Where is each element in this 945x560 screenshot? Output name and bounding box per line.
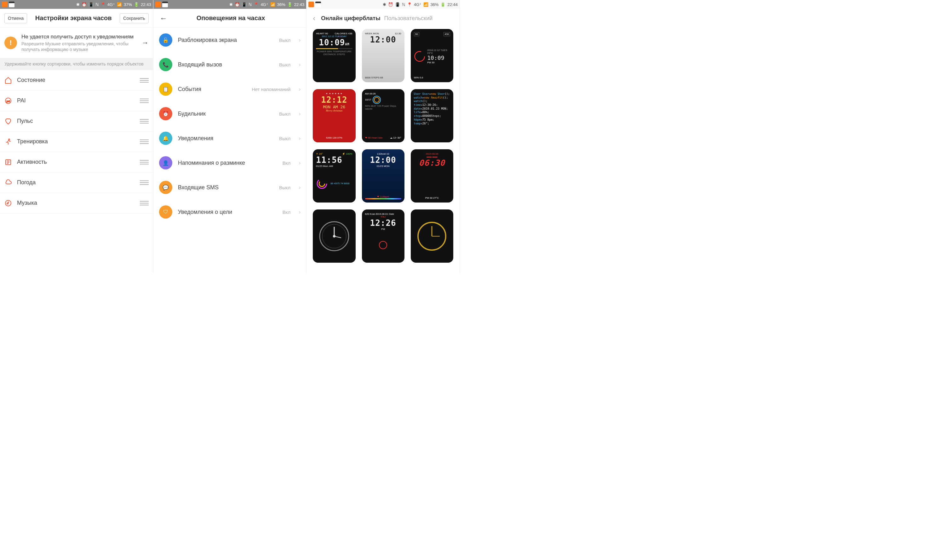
alert-icon: 🛡 xyxy=(159,205,172,218)
watchface-item[interactable]: 620 Kcal 2019.08.01 Date THU 12:26 PM xyxy=(362,209,405,263)
signal-icon: 📶 xyxy=(270,2,275,7)
app-icon xyxy=(308,2,314,7)
watchface-item[interactable]: WEEK MON12-30 12:00 8000 STEPS 68 xyxy=(362,29,405,82)
sort-item-weather[interactable]: Погода xyxy=(0,172,153,193)
sort-hint: Удерживайте кнопку сортировки, чтобы изм… xyxy=(0,58,153,70)
chevron-right-icon: › xyxy=(299,111,300,117)
chevron-right-icon: → xyxy=(142,39,149,47)
item-label: Состояние xyxy=(17,77,135,83)
watchface-item[interactable]: HEART 90CALORIES 436 2017.12.12 TUESDAY … xyxy=(313,29,356,82)
alarm-icon: ⏰ xyxy=(235,2,240,7)
alert-state: Вкл xyxy=(283,209,291,215)
alert-icon: 🔔 xyxy=(159,132,172,145)
back-button[interactable]: ← xyxy=(158,14,169,23)
back-button[interactable]: ‹ xyxy=(311,14,317,23)
drag-handle-icon[interactable] xyxy=(140,98,149,103)
signal-icon: 📶 xyxy=(423,2,428,7)
header: ← Оповещения на часах xyxy=(153,9,306,28)
watchface-item[interactable]: 132kcal 10 12:00 01/23 MON ❤ 114bpm xyxy=(362,149,405,203)
svg-point-9 xyxy=(319,181,325,186)
alert-icon: 🔓 xyxy=(159,33,172,47)
nfc-icon: ℕ xyxy=(249,2,252,7)
save-button[interactable]: Сохранить xyxy=(120,13,149,23)
alert-row[interactable]: 🛡 Уведомления о цели Вкл › xyxy=(153,200,306,224)
alert-row[interactable]: 📞 Входящий вызов Выкл › xyxy=(153,52,306,77)
alert-state: Выкл xyxy=(279,136,291,141)
item-label: Музыка xyxy=(17,200,135,206)
pai-icon: pai xyxy=(5,97,12,105)
signal-icon: 📶 xyxy=(117,2,122,7)
sort-item-status[interactable]: Состояние xyxy=(0,70,153,91)
warning-icon: ! xyxy=(5,37,17,49)
network-icon: 4G⁺ xyxy=(108,2,115,7)
status-bar: ✱ ⏰ 📳 ℕ 📍 4G⁺ 📶 37% 🔋 22:43 xyxy=(0,0,153,9)
watchface-item[interactable]: ☀ 28°⚡ 100% 11:56 01/23 Mon. AM 86 4575 … xyxy=(313,149,356,203)
chevron-right-icon: › xyxy=(299,37,300,43)
alert-state: Выкл xyxy=(279,185,291,190)
watchface-item[interactable] xyxy=(411,209,453,263)
alert-row[interactable]: 🔓 Разблокировка экрана Выкл › xyxy=(153,28,306,52)
app-icon xyxy=(155,2,161,7)
alert-row[interactable]: 👤 Напоминания о разминке Вкл › xyxy=(153,151,306,175)
bluetooth-icon: ✱ xyxy=(383,2,386,7)
alert-state: Нет напоминаний xyxy=(252,87,291,92)
sort-item-music[interactable]: Музыка xyxy=(0,193,153,214)
watchface-item[interactable]: AM 09:26 10/17 50% 8647 725 Power Steps … xyxy=(362,89,405,142)
item-label: PAI xyxy=(17,97,135,104)
battery-icon: 🔋 xyxy=(440,2,445,7)
sort-item-pai[interactable]: pai PAI xyxy=(0,91,153,111)
drag-handle-icon[interactable] xyxy=(140,160,149,165)
alert-state: Вкл xyxy=(283,160,291,166)
svg-point-7 xyxy=(374,97,379,102)
drag-handle-icon[interactable] xyxy=(140,180,149,185)
alert-row[interactable]: 🔔 Уведомления Выкл › xyxy=(153,126,306,151)
battery-pct: 36% xyxy=(430,2,439,7)
drag-handle-icon[interactable] xyxy=(140,201,149,205)
watchface-item[interactable]: 2019.08.08 ▬▬ ▬▬ 06:30 PM 68 27°C xyxy=(411,149,453,203)
alert-label: Уведомления xyxy=(178,135,273,142)
drag-handle-icon[interactable] xyxy=(140,78,149,83)
watchface-item[interactable]: 90436 2018.12.12 TUES 23°C 10:09 PM 30 9… xyxy=(411,29,453,82)
alert-row[interactable]: ⏰ Будильник Выкл › xyxy=(153,102,306,126)
watchface-item[interactable] xyxy=(313,209,356,263)
vibrate-icon: 📳 xyxy=(395,2,400,7)
warning-title: Не удается получить доступ к уведомления… xyxy=(22,33,137,40)
chevron-right-icon: › xyxy=(299,135,300,142)
alert-row[interactable]: 💬 Входящие SMS Выкл › xyxy=(153,175,306,200)
cloud-icon xyxy=(5,179,12,186)
chevron-right-icon: › xyxy=(299,209,300,215)
tab-online[interactable]: Онлайн циферблаты xyxy=(321,15,380,22)
drag-handle-icon[interactable] xyxy=(140,140,149,144)
sort-list: Состояние pai PAI Пульс Тренировка xyxy=(0,70,153,214)
alert-state: Выкл xyxy=(279,37,291,43)
svg-text:pai: pai xyxy=(7,100,10,103)
item-label: Погода xyxy=(17,179,135,186)
permission-warning[interactable]: ! Не удается получить доступ к уведомлен… xyxy=(0,28,153,58)
alert-row[interactable]: 📋 События Нет напоминаний › xyxy=(153,77,306,102)
svg-point-5 xyxy=(414,51,424,61)
cancel-button[interactable]: Отмена xyxy=(5,13,27,23)
screen-watch-alerts: ✱ ⏰ 📳 ℕ 📍 4G⁺ 📶 36% 🔋 22:43 ← Оповещения… xyxy=(153,0,307,273)
alarm-icon: ⏰ xyxy=(388,2,393,7)
tab-custom[interactable]: Пользовательский xyxy=(384,15,433,22)
sort-item-workout[interactable]: Тренировка xyxy=(0,132,153,152)
chevron-right-icon: › xyxy=(299,184,300,191)
watchface-item[interactable]: User User=new User();watch=new Amazfit()… xyxy=(411,89,453,142)
drag-handle-icon[interactable] xyxy=(140,119,149,123)
page-title: Оповещения на часах xyxy=(169,14,292,22)
alert-label: Уведомления о цели xyxy=(178,209,277,215)
watchface-item[interactable]: ✦ ✦ ✦ ✦ ✦ ✦ 12:12 MON AM 26 Merry christ… xyxy=(313,89,356,142)
sort-item-activity[interactable]: Активность xyxy=(0,152,153,172)
chevron-right-icon: › xyxy=(299,86,300,92)
screen-watchfaces: ✱ ⏰ 📳 ℕ 📍 4G⁺ 📶 36% 🔋 22:44 ‹ Онлайн циф… xyxy=(306,0,460,273)
running-icon xyxy=(5,138,12,146)
header: Отмена Настройки экрана часов Сохранить xyxy=(0,9,153,28)
alert-label: Разблокировка экрана xyxy=(178,37,273,43)
app-icon xyxy=(2,2,8,7)
sort-item-heartrate[interactable]: Пульс xyxy=(0,111,153,132)
battery-pct: 37% xyxy=(124,2,132,7)
svg-point-14 xyxy=(333,235,336,237)
alert-icon: ⏰ xyxy=(159,107,172,120)
watchface-grid: HEART 90CALORIES 436 2017.12.12 TUESDAY … xyxy=(306,28,460,269)
vibrate-icon: 📳 xyxy=(89,2,94,7)
